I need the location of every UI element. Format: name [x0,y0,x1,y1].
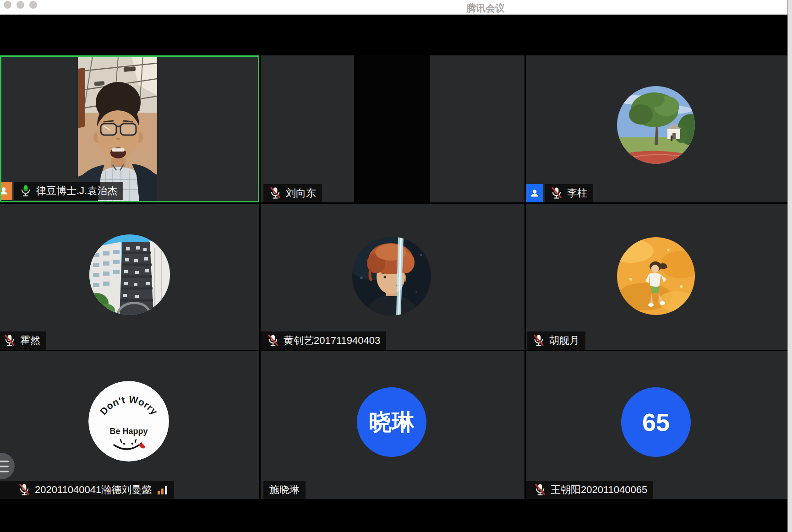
microphone-muted-icon [551,186,563,200]
desktop-edge [787,0,792,532]
participant-name: 施晓琳 [269,483,300,497]
participant-name: 霍然 [20,334,40,347]
participant-tile-1[interactable]: 律豆博士.J.袁治杰 [0,55,259,202]
meeting-window: 腾讯会议 [0,0,792,532]
avatar-initials: 晓琳 [369,407,415,438]
member-badge [526,184,543,202]
participant-tile-6[interactable]: 胡舰月 [526,204,787,350]
participant-name: 黄钊艺201711940403 [284,334,380,347]
participant-name: 202011040041瀚德刘曼懿 [35,483,152,497]
title-bar: 腾讯会议 [0,0,787,15]
participant-name: 李柱 [567,186,587,200]
zoom-button[interactable] [29,1,37,9]
participant-name: 刘向东 [286,186,316,200]
avatar: 晓琳 [357,387,426,457]
microphone-muted-icon [534,483,546,497]
microphone-muted-icon [18,483,30,497]
participant-list-icon [0,453,13,479]
participant-tile-4[interactable]: 霍然 [0,204,259,350]
microphone-active-icon [20,184,32,198]
microphone-muted-icon [4,334,16,347]
avatar [617,237,695,315]
avatar-initials: 65 [642,408,670,436]
avatar: 65 [621,387,691,457]
network-signal-icon [157,485,168,494]
participant-tile-5[interactable]: 黄钊艺201711940403 [261,204,524,350]
participant-tile-9[interactable]: 65 王朝阳202011040065 [526,351,787,499]
video-feed-dark [354,55,430,202]
member-list-button[interactable] [0,453,15,479]
participant-tile-7[interactable]: Don't Worry Be Happy 202011040041瀚德刘曼懿 [0,351,259,499]
participant-tile-8[interactable]: 晓琳 施晓琳 [261,351,524,499]
close-button[interactable] [4,1,11,9]
avatar [617,86,695,164]
microphone-muted-icon [269,186,281,200]
window-title: 腾讯会议 [466,2,505,15]
avatar-sub-text: Be Happy [109,427,147,436]
avatar [352,237,431,315]
microphone-muted-icon [533,334,545,347]
participant-name: 胡舰月 [549,334,579,347]
avatar: Don't Worry Be Happy [88,381,169,461]
participant-name: 王朝阳202011040065 [551,483,647,497]
participant-tile-3[interactable]: 李柱 [526,55,787,202]
host-badge [0,182,12,200]
minimize-button[interactable] [16,1,24,9]
video-feed [78,57,157,201]
microphone-muted-icon [267,334,279,347]
avatar [89,234,170,315]
participant-name: 律豆博士.J.袁治杰 [36,184,117,198]
participant-tile-2[interactable]: 刘向东 [261,55,524,202]
